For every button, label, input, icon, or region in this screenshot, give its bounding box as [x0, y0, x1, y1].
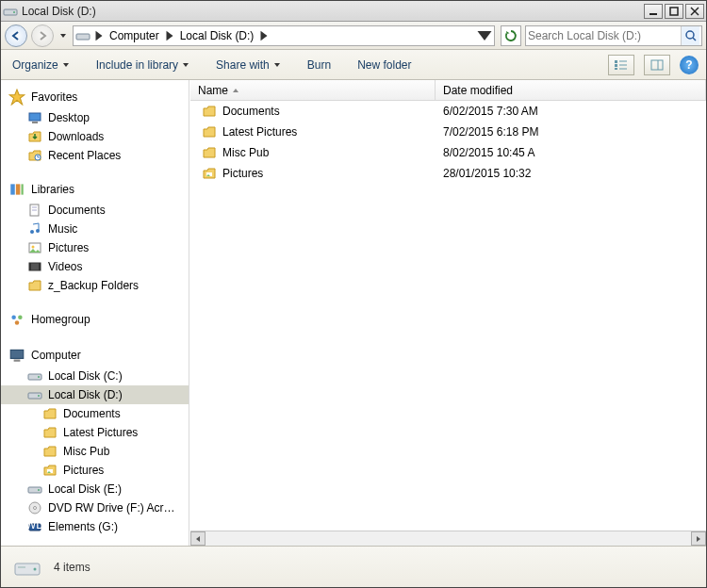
svg-point-29: [32, 246, 35, 249]
folder-pic-icon: [202, 166, 217, 181]
sidebar-subitem-pictures[interactable]: Pictures: [1, 461, 189, 480]
navigation-pane[interactable]: Favorites Desktop Downloads Recent Place…: [1, 80, 189, 546]
file-date: 7/02/2015 6:18 PM: [436, 125, 706, 139]
organize-button[interactable]: Organize: [8, 55, 74, 75]
minimize-button[interactable]: [644, 4, 663, 19]
new-folder-button[interactable]: New folder: [354, 55, 415, 75]
file-name: Latest Pictures: [222, 125, 297, 139]
homegroup[interactable]: Homegroup: [1, 308, 189, 331]
file-row[interactable]: Documents6/02/2015 7:30 AM: [190, 101, 706, 122]
svg-text:WD: WD: [27, 519, 42, 531]
breadcrumb-current[interactable]: Local Disk (D:): [176, 26, 258, 45]
file-date: 8/02/2015 10:45 A: [436, 146, 706, 159]
file-name: Documents: [222, 105, 280, 118]
svg-line-8: [693, 38, 696, 41]
chevron-right-icon[interactable]: [92, 29, 106, 42]
sidebar-item-videos[interactable]: Videos: [1, 257, 189, 276]
music-icon: [27, 221, 42, 237]
folder-icon: [42, 406, 58, 421]
sidebar-item-elements[interactable]: WDElements (G:): [1, 517, 189, 536]
pictures-icon: [27, 240, 42, 255]
svg-rect-22: [22, 184, 24, 194]
svg-rect-21: [16, 184, 21, 194]
svg-rect-32: [39, 263, 41, 270]
favorites-group[interactable]: Favorites: [1, 86, 189, 108]
breadcrumb-computer[interactable]: Computer: [106, 26, 163, 45]
svg-point-34: [18, 316, 23, 320]
history-dropdown[interactable]: [58, 26, 69, 45]
chevron-right-icon[interactable]: [163, 29, 176, 42]
column-date[interactable]: Date modified: [436, 80, 706, 100]
libraries-group[interactable]: Libraries: [1, 178, 189, 201]
close-button[interactable]: [685, 4, 704, 19]
sidebar-subitem-documents[interactable]: Documents: [1, 404, 189, 423]
search-input[interactable]: [528, 29, 681, 42]
folder-pic-icon: [42, 463, 58, 478]
chevron-down-icon[interactable]: [475, 26, 494, 45]
sidebar-item-desktop[interactable]: Desktop: [1, 108, 189, 127]
svg-point-33: [11, 316, 16, 320]
homegroup-label: Homegroup: [31, 313, 90, 326]
forward-button[interactable]: [31, 24, 54, 47]
svg-point-26: [30, 230, 34, 234]
file-row[interactable]: Latest Pictures7/02/2015 6:18 PM: [190, 122, 706, 142]
sidebar-subitem-misc-pub[interactable]: Misc Pub: [1, 442, 189, 461]
help-button[interactable]: ?: [680, 56, 699, 74]
back-button[interactable]: [5, 24, 27, 47]
svg-rect-20: [10, 184, 15, 194]
svg-point-39: [38, 376, 40, 378]
folder-icon: [27, 278, 42, 293]
search-box[interactable]: [525, 25, 702, 46]
drive-icon: [74, 28, 92, 43]
file-date: 28/01/2015 10:32: [436, 167, 706, 180]
share-with-button[interactable]: Share with: [212, 55, 285, 75]
sidebar-item-recent[interactable]: Recent Places: [1, 146, 189, 165]
sidebar-item-pictures[interactable]: Pictures: [1, 238, 189, 257]
horizontal-scrollbar[interactable]: [190, 531, 706, 546]
svg-rect-3: [670, 8, 678, 15]
svg-point-7: [686, 31, 694, 39]
view-options-button[interactable]: [608, 55, 634, 75]
sidebar-item-drive-d[interactable]: Local Disk (D:): [1, 385, 189, 404]
libraries-label: Libraries: [31, 183, 74, 196]
svg-rect-18: [32, 122, 38, 123]
maximize-button[interactable]: [665, 4, 683, 19]
svg-point-1: [13, 11, 15, 13]
include-library-button[interactable]: Include in library: [92, 55, 193, 75]
desktop-icon: [27, 110, 42, 125]
svg-rect-11: [615, 68, 617, 70]
svg-rect-37: [14, 360, 21, 362]
sidebar-item-drive-c[interactable]: Local Disk (C:): [1, 367, 189, 385]
svg-point-35: [15, 320, 20, 325]
sidebar-item-documents[interactable]: Documents: [1, 201, 189, 220]
sidebar-item-music[interactable]: Music: [1, 220, 189, 238]
computer-icon: [8, 347, 25, 364]
sidebar-subitem-latest-pictures[interactable]: Latest Pictures: [1, 423, 189, 442]
dvd-icon: [27, 500, 42, 515]
file-list[interactable]: Documents6/02/2015 7:30 AMLatest Picture…: [190, 101, 706, 531]
scroll-left-icon[interactable]: [190, 531, 206, 546]
svg-point-46: [34, 507, 37, 510]
file-row[interactable]: Pictures28/01/2015 10:32: [190, 163, 706, 184]
file-name: Pictures: [222, 167, 263, 180]
preview-pane-button[interactable]: [644, 55, 670, 75]
svg-rect-52: [18, 566, 25, 568]
refresh-button[interactable]: [501, 25, 521, 46]
file-list-pane: Name Date modified Documents6/02/2015 7:…: [189, 80, 706, 546]
sidebar-item-drive-e[interactable]: Local Disk (E:): [1, 480, 189, 498]
sidebar-item-backup[interactable]: z_Backup Folders: [1, 276, 189, 295]
breadcrumb[interactable]: Computer Local Disk (D:): [73, 25, 495, 46]
chevron-right-icon[interactable]: [257, 29, 271, 42]
videos-icon: [27, 259, 42, 274]
sidebar-item-dvd[interactable]: DVD RW Drive (F:) Acronis Media: [1, 498, 189, 517]
homegroup-icon: [8, 311, 25, 328]
column-name[interactable]: Name: [190, 80, 436, 100]
scroll-right-icon[interactable]: [691, 531, 706, 546]
file-row[interactable]: Misc Pub8/02/2015 10:45 A: [190, 142, 706, 163]
burn-button[interactable]: Burn: [304, 55, 335, 75]
search-button[interactable]: [681, 26, 699, 45]
svg-rect-10: [615, 64, 617, 67]
recent-icon: [27, 148, 42, 163]
sidebar-item-downloads[interactable]: Downloads: [1, 127, 189, 146]
computer-group[interactable]: Computer: [1, 344, 189, 367]
